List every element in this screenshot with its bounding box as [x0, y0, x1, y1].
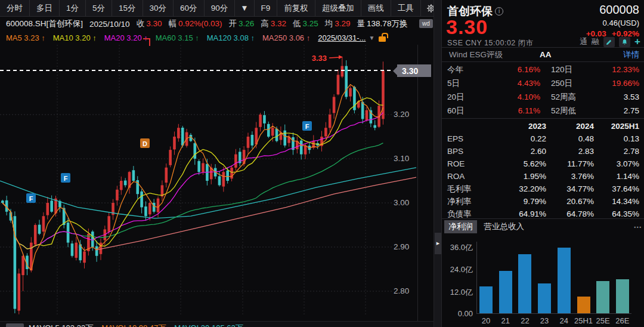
bar-x-label: 20	[476, 316, 496, 325]
quote-summary-bar: 600008.SH[首创环保]2025/10/10收3.30幅0.92%(0.0…	[0, 17, 441, 31]
metric-value: 64.78%	[546, 209, 594, 218]
wind-watermark: wd	[419, 19, 433, 28]
metric-label: 负债率	[447, 209, 484, 220]
toolbar-item-30分[interactable]: 30分	[143, 0, 174, 16]
svg-text:F: F	[305, 123, 309, 130]
metric-value: 11.77%	[546, 159, 594, 168]
esg-details-link[interactable]: 详情	[623, 50, 639, 60]
chevron-down-icon[interactable]: ▼	[369, 35, 374, 41]
toolbar-item-▼[interactable]: ▼	[235, 0, 254, 16]
kline-svg[interactable]: 3.33FFDF	[0, 45, 417, 316]
bar-x-label: 24	[554, 316, 574, 325]
financials-row: 净利率9.79%20.67%14.34%	[442, 195, 644, 208]
year-header: 2024	[546, 122, 594, 131]
metric-label: ROE	[447, 159, 484, 168]
perf-cell: 250日	[551, 78, 586, 89]
svg-text:3.33: 3.33	[312, 54, 327, 63]
perf-row: 今年6.16%120日12.33%	[442, 63, 644, 76]
svg-text:F: F	[29, 195, 33, 202]
toolbar-item-90分[interactable]: 90分	[205, 0, 236, 16]
clipped-legend-text: MAVOL5 102.33万	[29, 323, 93, 327]
ma-legend-MA5: MA5 3.23 ↑	[6, 33, 45, 42]
event-marker-F[interactable]: F	[302, 121, 312, 131]
perf-cell: 今年	[447, 64, 476, 75]
quote-field: 均3.29	[325, 18, 351, 29]
bar-x-label: 23	[534, 316, 555, 325]
divider	[442, 61, 644, 62]
financial-chart-tabs: 净利润 营业总收入 ⋯	[444, 220, 642, 233]
bar-y-tick: 24.0亿	[442, 264, 473, 275]
bar-21	[499, 271, 512, 313]
tab-total-revenue[interactable]: 营业总收入	[484, 221, 525, 232]
financials-table: 202320242025H1EPS0.220.480.13BPS2.602.83…	[442, 119, 644, 220]
panel-splitter[interactable]: ▶	[434, 0, 441, 327]
candlestick-chart[interactable]: 3.33FFDF 3.203.103.002.902.80 3.30	[0, 45, 441, 321]
toolbar-item-多日[interactable]: 多日	[30, 0, 60, 16]
price-tick: 2.90	[394, 242, 417, 251]
more-options-icon[interactable]: ⋯	[634, 222, 643, 232]
metric-value: 1.14%	[594, 172, 639, 181]
date-range-selector[interactable]: 2025/03/31-...	[318, 33, 366, 42]
bar-y-tick: 12.0亿	[442, 287, 473, 298]
perf-cell: 4.43%	[476, 79, 540, 88]
year-header: 2023	[484, 122, 546, 131]
financials-row: ROA1.95%3.76%1.14%	[442, 170, 644, 183]
ma-legend-MA120: MA120 3.08 ↑	[207, 33, 255, 42]
price-tick: 3.10	[394, 154, 417, 163]
bar-26E	[616, 279, 629, 313]
bar-y-tick: 0.00	[442, 309, 473, 318]
esg-rating: AA	[540, 50, 552, 59]
metric-value: 32.20%	[484, 184, 546, 193]
metric-value: 1.95%	[484, 172, 546, 181]
metric-value: 2.83	[546, 147, 594, 156]
metric-value: 3.07%	[594, 159, 639, 168]
tab-net-profit[interactable]: 净利润	[444, 220, 477, 233]
collapse-panel-handle[interactable]: ▶	[435, 233, 441, 254]
toolbar-item-5分[interactable]: 5分	[86, 0, 112, 16]
esg-label: Wind ESG评级	[449, 50, 503, 60]
toolbar-item-F9[interactable]: F9	[255, 0, 278, 16]
metric-label: 毛利率	[447, 184, 484, 195]
quote-field: 幅0.92%(0.03)	[168, 18, 222, 29]
toolbar-item-工具[interactable]: 工具	[391, 0, 421, 16]
quote-field: 低3.25	[293, 18, 318, 29]
volume-pane-legend-clipped: MAVOL5 102.33万MAVOL10 98.47万MAVOL20 105.…	[0, 321, 434, 327]
edit-note-button[interactable]	[603, 37, 615, 47]
financials-row: 毛利率32.20%34.77%37.64%	[442, 183, 644, 195]
toolbar-item-前复权[interactable]: 前复权	[277, 0, 315, 16]
year-header: 2025H1	[594, 122, 639, 131]
toolbar-item-1分[interactable]: 1分	[60, 0, 86, 16]
toolbar-item-超级叠加[interactable]: 超级叠加	[315, 0, 361, 16]
metric-label: ROA	[447, 172, 484, 181]
event-marker-D[interactable]: D	[140, 138, 150, 148]
quote-field: 开3.26	[228, 18, 254, 29]
bar-x-label: 21	[496, 316, 516, 325]
unlock-icon[interactable]	[379, 36, 386, 42]
metric-value: 0.13	[594, 134, 639, 143]
bar-x-label: 25H1	[574, 316, 594, 325]
perf-cell: 52周高	[551, 92, 586, 103]
toolbar-item-60分[interactable]: 60分	[174, 0, 205, 16]
event-marker-F[interactable]: F	[26, 193, 36, 203]
toolbar-item-15分[interactable]: 15分	[112, 0, 143, 16]
event-marker-F[interactable]: F	[61, 173, 70, 183]
ma-legend-MA60: MA60 3.15 ↑	[156, 33, 199, 42]
toolbar-item-分时[interactable]: 分时	[0, 0, 30, 16]
ma-legend-MA250: MA250 3.06 ↑	[262, 33, 310, 42]
divider	[442, 118, 644, 119]
info-icon[interactable]: i	[495, 7, 503, 16]
trade-date: 2025/10/10	[89, 20, 130, 29]
chart-right-border	[417, 45, 418, 321]
metric-value: 20.67%	[546, 197, 594, 206]
financials-row: EPS0.220.480.13	[442, 132, 644, 145]
toolbar-item-画线[interactable]: 画线	[361, 0, 391, 16]
perf-cell: 60日	[447, 106, 476, 116]
bell-icon	[621, 39, 628, 45]
alert-button[interactable]	[619, 37, 630, 47]
divider	[442, 218, 644, 219]
stock-info-panel: 首创环保i 600008 3.30 0.46(USD) +0.03+0.92% …	[441, 0, 644, 327]
add-to-watchlist-button[interactable]: +	[634, 36, 640, 48]
svg-text:D: D	[143, 140, 147, 147]
ma-legend-bar: MA5 3.23 ↑MA10 3.20 ↑MA20 3.20 ↑MA60 3.1…	[0, 31, 441, 45]
perf-row: 20日4.10%52周高3.53	[442, 90, 644, 104]
